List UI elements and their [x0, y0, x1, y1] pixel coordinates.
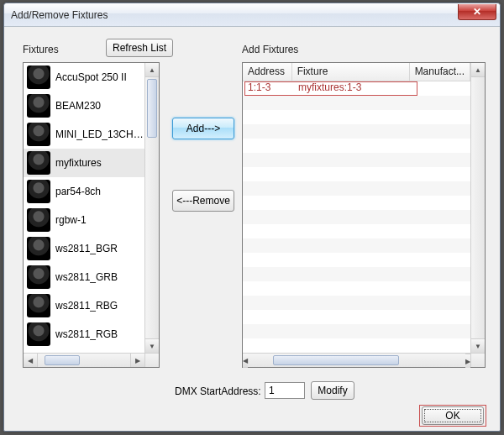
add-remove-fixtures-window: Add/Remove Fixtures ✕ Fixtures Refresh L…	[3, 3, 501, 432]
scroll-right-button[interactable]: ▶	[130, 354, 144, 367]
chevron-left-icon: ◀	[28, 357, 33, 364]
list-item[interactable]: rgbw-1	[24, 206, 159, 234]
fixture-name: par54-8ch	[55, 186, 101, 197]
moving-head-icon	[27, 94, 50, 118]
list-item[interactable]: MINI_LED_13CH摇头	[24, 120, 159, 149]
dialog-body: Fixtures Refresh List Add Fixtures AccuS…	[11, 30, 493, 424]
scroll-track[interactable]	[471, 77, 485, 338]
ok-button-label: OK	[445, 410, 459, 422]
moving-head-icon	[27, 322, 50, 346]
scroll-track[interactable]	[145, 77, 159, 338]
scroll-down-button[interactable]: ▼	[471, 338, 485, 353]
grid-header-row: Address Fixture Manufact...	[243, 63, 470, 81]
grid-horizontal-scrollbar[interactable]: ◀ ▶	[243, 353, 470, 367]
add-fixtures-label: Add Fixtures	[242, 44, 298, 55]
scrollbar-corner	[470, 353, 485, 367]
h-scroll-track[interactable]	[38, 354, 130, 367]
ok-button[interactable]: OK	[422, 406, 484, 425]
fixture-name: ws2811_RBG	[55, 300, 118, 312]
remove-button-label: <---Remove	[176, 195, 230, 207]
moving-head-icon	[27, 180, 50, 203]
list-item[interactable]: ws2811_RGB	[24, 320, 159, 349]
fixture-name: BEAM230	[55, 100, 101, 112]
add-fixtures-grid[interactable]: Address Fixture Manufact... 1:1-3 myfixt…	[242, 62, 486, 368]
fixture-name: AccuSpot 250 II	[55, 71, 127, 83]
chevron-up-icon: ▲	[149, 66, 155, 74]
moving-head-icon	[27, 208, 50, 232]
window-title: Add/Remove Fixtures	[4, 9, 458, 21]
fixture-name: ws2811_BGR	[55, 243, 118, 254]
ok-button-highlight: OK	[419, 405, 486, 427]
window-close-button[interactable]: ✕	[458, 4, 496, 20]
grid-background	[243, 81, 470, 353]
scrollbar-corner	[144, 353, 159, 367]
chevron-right-icon: ▶	[135, 357, 140, 364]
titlebar: Add/Remove Fixtures ✕	[4, 3, 500, 27]
fixtures-horizontal-scrollbar[interactable]: ◀ ▶	[24, 353, 144, 367]
fixtures-scroll-area: AccuSpot 250 IIBEAM230MINI_LED_13CH摇头myf…	[24, 63, 159, 367]
refresh-list-button[interactable]: Refresh List	[106, 39, 173, 57]
h-scroll-thumb[interactable]	[45, 355, 80, 365]
fixture-name: myfixtures	[55, 157, 102, 169]
fixtures-label: Fixtures	[23, 44, 59, 55]
grid-vertical-scrollbar[interactable]: ▲ ▼	[470, 63, 485, 353]
dmx-start-input[interactable]	[265, 382, 305, 399]
modify-button[interactable]: Modify	[311, 381, 354, 400]
moving-head-icon	[27, 265, 50, 289]
refresh-list-label: Refresh List	[113, 42, 166, 54]
list-item[interactable]: ws2811_BGR	[24, 234, 159, 263]
modify-button-label: Modify	[318, 385, 347, 396]
fixtures-vertical-scrollbar[interactable]: ▲ ▼	[144, 63, 159, 353]
grid-cell-fixture: myfixtures:1-3	[293, 81, 411, 96]
moving-head-icon	[27, 294, 50, 317]
list-item[interactable]: ws2811_GRB	[24, 263, 159, 291]
scroll-down-button[interactable]: ▼	[145, 338, 159, 353]
add-button[interactable]: Add--->	[172, 118, 234, 139]
add-button-label: Add--->	[186, 123, 220, 134]
grid-header-address[interactable]: Address	[243, 63, 292, 81]
fixture-name: ws2811_RGB	[55, 328, 118, 340]
grid-header-manufacturer[interactable]: Manufact...	[410, 63, 470, 81]
scroll-thumb[interactable]	[147, 79, 157, 138]
remove-button[interactable]: <---Remove	[172, 190, 234, 212]
list-item[interactable]: AccuSpot 250 II	[24, 63, 159, 92]
list-item[interactable]: par54-8ch	[24, 177, 159, 206]
table-row[interactable]: 1:1-3 myfixtures:1-3	[243, 81, 411, 96]
fixture-name: rgbw-1	[55, 214, 87, 226]
chevron-up-icon: ▲	[475, 66, 481, 74]
grid-cell-address: 1:1-3	[243, 81, 293, 96]
fixture-name: ws2811_GRB	[55, 271, 118, 283]
h-scroll-thumb[interactable]	[273, 355, 399, 365]
list-item[interactable]: ws2811_RBG	[24, 291, 159, 320]
moving-head-icon	[27, 66, 50, 89]
fixture-name: MINI_LED_13CH摇头	[55, 128, 148, 142]
moving-head-icon	[27, 123, 50, 146]
list-item[interactable]: myfixtures	[24, 149, 159, 177]
scroll-left-button[interactable]: ◀	[24, 354, 38, 367]
h-scroll-track[interactable]	[248, 354, 465, 367]
scroll-up-button[interactable]: ▲	[145, 63, 159, 77]
chevron-down-icon: ▼	[475, 343, 481, 350]
dmx-start-label: DMX StartAddress:	[175, 385, 261, 397]
moving-head-icon	[27, 151, 50, 175]
close-icon: ✕	[473, 6, 481, 18]
grid-header-fixture[interactable]: Fixture	[292, 63, 410, 81]
fixtures-listbox[interactable]: AccuSpot 250 IIBEAM230MINI_LED_13CH摇头myf…	[23, 62, 160, 368]
scroll-up-button[interactable]: ▲	[471, 63, 485, 77]
moving-head-icon	[27, 237, 50, 260]
chevron-down-icon: ▼	[149, 343, 155, 350]
list-item[interactable]: BEAM230	[24, 92, 159, 120]
